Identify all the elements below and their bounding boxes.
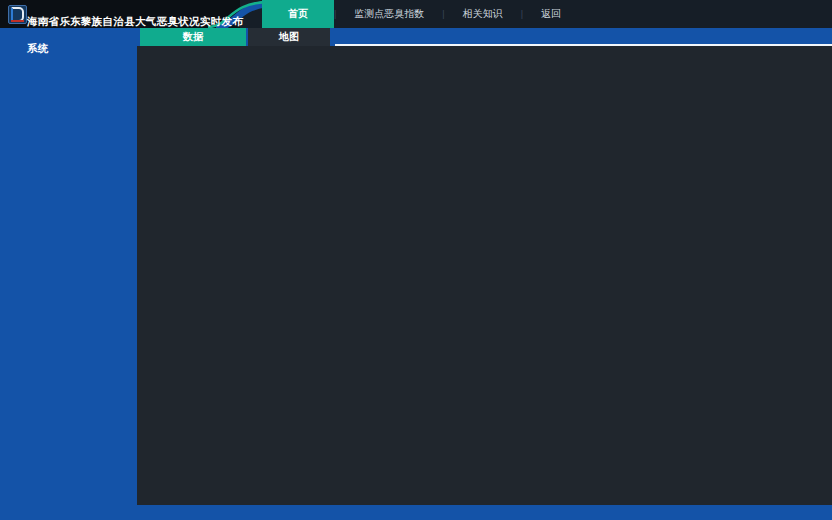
tabrow-underline	[335, 44, 832, 46]
nav-item-0[interactable]: 首页	[262, 0, 334, 28]
logo-red-mark	[11, 20, 24, 22]
dashboard-main	[137, 46, 832, 505]
app-title: 海南省乐东黎族自治县大气恶臭状况实时发布系统	[27, 8, 251, 62]
top-bar: 海南省乐东黎族自治县大气恶臭状况实时发布系统 首页|监测点恶臭指数|相关知识|返…	[0, 0, 832, 28]
nav-item-2[interactable]: 相关知识	[445, 0, 521, 28]
app-logo	[8, 5, 27, 24]
nav-item-3[interactable]: 返回	[523, 0, 579, 28]
tab-map[interactable]: 地图	[248, 28, 330, 46]
main-nav: 首页|监测点恶臭指数|相关知识|返回	[262, 0, 579, 28]
nav-item-1[interactable]: 监测点恶臭指数	[336, 0, 442, 28]
